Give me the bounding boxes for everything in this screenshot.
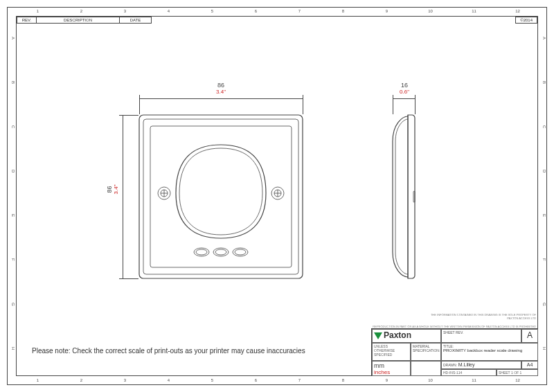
- logo-cell: Paxton: [372, 329, 441, 343]
- drawing-sheet: 123456789101112 123456789101112 ABCDEFGH…: [7, 7, 547, 385]
- sheet-cell: SHEET 1 OF 1: [497, 369, 538, 376]
- ruler-right: ABCDEFGH: [539, 16, 546, 371]
- rev-header: REV.: [17, 17, 37, 24]
- title-cell: TITLE: PROXIMITY backbox reader scale dr…: [441, 343, 538, 361]
- dim-front-width-line: [139, 98, 303, 99]
- size-cell: A4: [521, 361, 538, 369]
- units-cell: mminches: [372, 361, 411, 376]
- dim-front-height-line: [123, 115, 123, 279]
- scale-note: Please note: Check the correct scale of …: [32, 347, 305, 355]
- svg-rect-1: [143, 119, 298, 274]
- copyright-box: ©2014: [515, 17, 537, 24]
- svg-point-12: [196, 249, 207, 255]
- ruler-top: 123456789101112: [16, 8, 539, 15]
- drawing-frame: REV. DESCRIPTION DATE ©2014 THE INFORMAT…: [16, 16, 538, 376]
- front-view: [138, 114, 304, 280]
- svg-point-16: [235, 249, 246, 255]
- dwgno-cell: HD-INS-114: [441, 369, 497, 376]
- svg-point-14: [215, 249, 226, 255]
- fineprint-1: THE INFORMATION CONTAINED IN THIS DRAWIN…: [328, 313, 536, 320]
- title-block: Paxton SHEET REV. A UNLESS OTHERWISE SPE…: [371, 328, 537, 375]
- revision-table: REV. DESCRIPTION DATE: [17, 17, 152, 24]
- material-cell: MATERIAL SPECIFICATION:: [411, 343, 441, 361]
- desc-header: DESCRIPTION: [37, 17, 120, 24]
- dim-side-width: 160.6": [391, 82, 418, 95]
- svg-rect-18: [413, 191, 415, 202]
- tolerance-cell: UNLESS OTHERWISE SPECIFIED: [372, 343, 411, 361]
- sheet-rev-lbl: SHEET REV.: [441, 329, 521, 343]
- sheet-rev: A: [521, 329, 538, 343]
- date-header: DATE: [120, 17, 152, 24]
- drawn-cell: DRAWN: M.Lilley: [441, 361, 521, 369]
- ruler-left: ABCDEFGH: [8, 16, 15, 371]
- paxton-logo-icon: [374, 332, 382, 339]
- dim-front-width: 863.4": [197, 82, 245, 95]
- dim-front-height: 863.4": [106, 176, 119, 204]
- side-view: [387, 114, 420, 280]
- ruler-bottom: 123456789101112: [16, 377, 539, 384]
- dim-side-width-line: [393, 98, 416, 99]
- scale-cell: [411, 361, 441, 376]
- svg-rect-2: [150, 126, 292, 267]
